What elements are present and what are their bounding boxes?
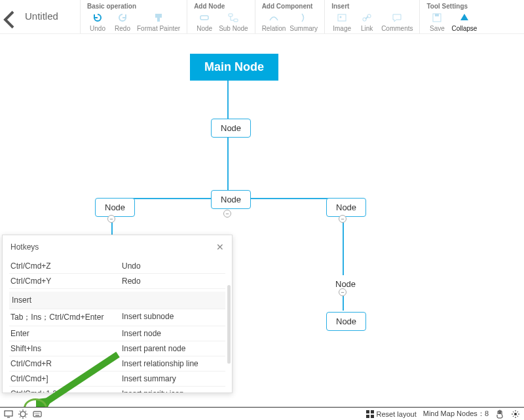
node-item[interactable]: Node xyxy=(211,190,251,209)
svg-point-12 xyxy=(20,411,26,417)
presentation-icon[interactable] xyxy=(4,410,13,419)
hotkey-row: Tab；Ins；Ctrl/Cmd+EnterInsert subnode xyxy=(9,309,225,326)
svg-rect-17 xyxy=(371,415,374,418)
hotkey-action: Insert parent node xyxy=(122,344,185,353)
svg-rect-5 xyxy=(338,14,346,21)
node-item[interactable]: Node xyxy=(326,198,366,217)
hotkey-key: Ctrl/Cmd+R xyxy=(10,359,122,368)
hotkey-key: Ctrl/Cmd+Z xyxy=(10,261,122,271)
subnode-button[interactable]: Sub Node xyxy=(219,12,248,32)
summary-button[interactable]: Summary xyxy=(290,12,318,32)
format-painter-button[interactable]: Format Painter xyxy=(137,12,180,32)
save-button[interactable]: Save xyxy=(426,12,447,32)
hotkeys-panel: Hotkeys ✕ Ctrl/Cmd+ZUndoCtrl/Cmd+YRedo I… xyxy=(2,235,233,393)
svg-rect-15 xyxy=(371,410,374,413)
image-button[interactable]: Image xyxy=(331,12,352,32)
hotkey-action: Insert summary xyxy=(122,374,176,383)
hotkey-key: Enter xyxy=(10,329,122,338)
group-basic-header: Basic operation xyxy=(87,3,180,10)
svg-rect-14 xyxy=(366,410,369,413)
svg-rect-10 xyxy=(435,14,439,16)
group-insert-header: Insert xyxy=(331,3,413,10)
theme-icon[interactable] xyxy=(18,410,28,419)
hotkey-row: Ctrl/Cmd+RInsert relationship line xyxy=(9,356,225,372)
hotkeys-title: Hotkeys xyxy=(10,242,39,252)
keyboard-icon[interactable] xyxy=(33,410,42,419)
hotkey-action: Insert node xyxy=(122,329,161,338)
node-button[interactable]: Node xyxy=(194,12,215,32)
group-addnode-header: Add Node xyxy=(194,3,248,10)
hotkey-row: Ctrl/Cmd+ZUndo xyxy=(9,259,225,274)
settings-icon[interactable] xyxy=(511,410,520,419)
hotkey-action: Insert priority icon xyxy=(122,389,184,392)
hand-icon[interactable] xyxy=(495,410,504,419)
undo-button[interactable]: Undo xyxy=(87,12,108,32)
svg-point-18 xyxy=(514,413,517,415)
connector xyxy=(227,78,229,119)
node-item[interactable]: Node xyxy=(211,119,251,138)
collapse-button[interactable]: Collapse xyxy=(451,12,477,32)
hotkey-row: Ctrl/Cmd+YRedo xyxy=(9,274,225,289)
hotkey-row: Shift+InsInsert parent node xyxy=(9,341,225,356)
hotkey-action: Insert subnode xyxy=(122,312,174,323)
hotkey-action: Undo xyxy=(122,261,141,271)
back-button[interactable] xyxy=(0,0,21,30)
scrollbar[interactable] xyxy=(227,285,231,364)
hotkey-key: Ctrl/Cmd+Y xyxy=(10,277,122,286)
node-item[interactable]: Node xyxy=(95,198,135,217)
svg-rect-13 xyxy=(33,411,41,417)
main-node[interactable]: Main Node xyxy=(190,54,278,81)
hotkey-action: Redo xyxy=(122,277,141,286)
svg-rect-8 xyxy=(367,14,371,18)
svg-rect-3 xyxy=(229,14,233,16)
comments-button[interactable]: Comments xyxy=(381,12,413,32)
svg-rect-1 xyxy=(157,18,160,22)
svg-point-6 xyxy=(340,16,342,18)
svg-rect-7 xyxy=(363,18,366,21)
svg-rect-16 xyxy=(366,415,369,418)
hotkey-row: EnterInsert node xyxy=(9,326,225,341)
connector xyxy=(343,295,344,311)
hotkey-key: Ctrl/Cmd+] xyxy=(10,374,122,383)
svg-rect-0 xyxy=(155,14,162,18)
collapse-toggle[interactable]: − xyxy=(107,215,115,223)
hotkeys-section-insert: Insert xyxy=(9,292,225,309)
group-addcomp-header: Add Component xyxy=(262,3,318,10)
svg-rect-11 xyxy=(5,411,12,416)
link-button[interactable]: Link xyxy=(356,12,377,32)
svg-rect-4 xyxy=(234,19,238,22)
node-item[interactable]: Node xyxy=(326,312,366,331)
collapse-toggle[interactable]: − xyxy=(223,210,231,218)
group-tool-header: Tool Settings xyxy=(426,3,477,10)
node-count: Mind Map Nodes：8 xyxy=(423,409,489,419)
doc-title: Untitled xyxy=(21,0,80,22)
close-icon[interactable]: ✕ xyxy=(216,242,224,252)
hotkey-key: Tab；Ins；Ctrl/Cmd+Enter xyxy=(10,312,122,323)
collapse-toggle[interactable]: − xyxy=(339,215,346,223)
relation-button[interactable]: Relation xyxy=(262,12,286,32)
hotkey-key: Shift+Ins xyxy=(10,344,122,353)
svg-rect-2 xyxy=(200,16,208,20)
collapse-toggle[interactable]: − xyxy=(339,288,346,296)
connector xyxy=(343,214,344,275)
redo-button[interactable]: Redo xyxy=(112,12,133,32)
hotkey-action: Insert relationship line xyxy=(122,359,198,368)
hotkey-row: Ctrl/Cmd+1,2,3...Insert priority icon xyxy=(9,387,225,392)
reset-layout-button[interactable]: Reset layout xyxy=(366,410,417,418)
connector xyxy=(227,138,229,191)
hotkey-row: Ctrl/Cmd+]Insert summary xyxy=(9,372,225,387)
hotkey-key: Ctrl/Cmd+1,2,3... xyxy=(10,389,122,392)
